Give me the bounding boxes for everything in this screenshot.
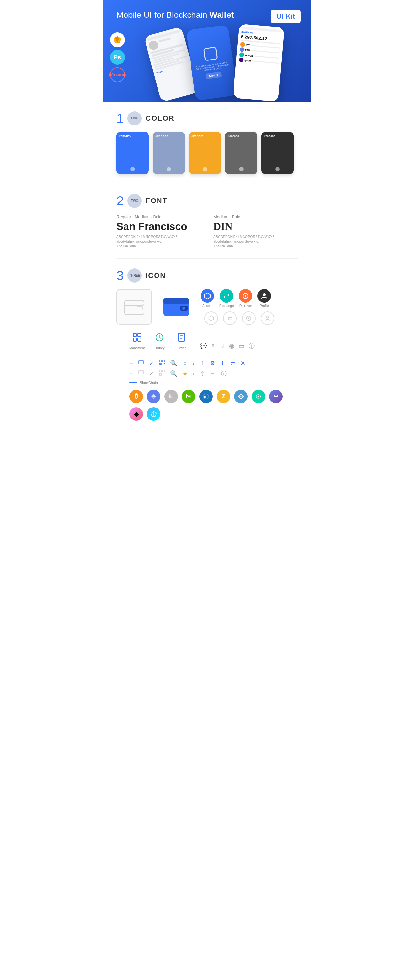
- svg-rect-20: [133, 338, 137, 341]
- color-swatch-gray-blue: #8DA0C8: [153, 132, 185, 174]
- star-filled-icon: ★: [182, 370, 188, 377]
- wallet-wireframe-icon: [116, 289, 152, 325]
- discover-icon: [239, 289, 252, 303]
- svg-rect-21: [138, 338, 141, 341]
- svg-rect-34: [160, 364, 161, 364]
- section2-header: 2 TWO FONT: [116, 194, 298, 208]
- svg-marker-10: [204, 293, 210, 299]
- font-din: Medium · Bold DIN ABCDEFGHIJKLMNOPQRSTUV…: [213, 215, 298, 249]
- font-din-style: Medium · Bold: [213, 215, 298, 219]
- svg-rect-41: [159, 370, 161, 372]
- profile-icon-labeled: Profile: [258, 289, 271, 308]
- neo-icon: [182, 390, 195, 403]
- comment-icon: 💬: [199, 342, 207, 350]
- svg-rect-32: [160, 361, 161, 361]
- svg-point-16: [248, 317, 250, 319]
- search-icon: 🔍: [170, 360, 177, 367]
- profile-icon: [258, 289, 271, 303]
- blockchain-label-row: BlockChain Icon: [116, 377, 298, 387]
- color-swatch-blue: #3574FA: [116, 132, 149, 174]
- color-section: 1 ONE COLOR #3574FA #8DA0C8 #F5A623 #666…: [104, 102, 310, 184]
- phone-right: myWallet 6.297.502.12 BTC ETH: [233, 24, 285, 102]
- grid-icon: [234, 390, 248, 403]
- assets-label: Assets: [202, 304, 212, 308]
- svg-rect-43: [159, 373, 161, 375]
- font-din-name: DIN: [213, 221, 298, 232]
- forward-ghost-icon: →: [210, 370, 216, 377]
- svg-text:D: D: [204, 395, 206, 398]
- blockchain-line-icon: [129, 382, 137, 383]
- history-label: History: [154, 347, 165, 350]
- ltc-icon: Ł: [164, 390, 178, 403]
- eos-icon: [147, 407, 161, 421]
- waves-icon: [269, 390, 283, 403]
- exchange-ghost-icon: [223, 312, 237, 325]
- screens-badge: 60+ Screens: [110, 67, 125, 82]
- svg-rect-19: [138, 334, 141, 337]
- profile-ghost-icon: [261, 312, 274, 325]
- management-nav-icon: Mangment: [129, 330, 145, 350]
- svg-rect-37: [163, 364, 163, 365]
- info-icon: ⓘ: [249, 342, 255, 350]
- discover-icon-labeled: Discover: [239, 289, 252, 308]
- share-ghost-icon: ⇧: [200, 370, 205, 377]
- blockchain-label: BlockChain Icon: [140, 381, 166, 385]
- order-nav-icon: Order: [174, 330, 189, 350]
- chat-icon: ▭: [239, 342, 244, 350]
- discover-label: Discover: [239, 304, 252, 308]
- close-icon: ✕: [240, 360, 245, 367]
- font-section: 2 TWO FONT Regular · Medium · Bold San F…: [104, 184, 310, 258]
- ps-badge: Ps: [110, 50, 125, 65]
- poly-icon: ◆: [129, 407, 143, 421]
- layers-icon: ≡: [211, 342, 215, 349]
- search-ghost-icon: 🔍: [170, 370, 177, 377]
- section2-word: TWO: [127, 194, 142, 208]
- section3-word: THREE: [127, 269, 142, 283]
- color-swatch-orange: #F5A623: [189, 132, 221, 174]
- plus-ghost-icon: +: [129, 370, 133, 377]
- star-icon: ☆: [182, 360, 188, 367]
- icon-section: 3 THREE ICON: [104, 259, 310, 437]
- font-sf-name: San Francisco: [116, 221, 201, 232]
- discover-ghost-icon: [242, 312, 256, 325]
- swap-icon: ⇌: [230, 360, 235, 367]
- svg-rect-42: [163, 370, 165, 372]
- steem-icon: [252, 390, 265, 403]
- font-din-lower: abcdefghijklmnopqrstuvwxyz: [213, 240, 298, 243]
- font-sf: Regular · Medium · Bold San Francisco AB…: [116, 215, 201, 249]
- history-nav-icon: History: [152, 330, 167, 350]
- ui-kit-badge: UI Kit: [271, 10, 301, 23]
- assets-icon: [201, 289, 214, 303]
- svg-rect-38: [164, 364, 165, 365]
- back-ghost-icon: ‹: [193, 370, 195, 377]
- info-ghost-icon: ⓘ: [221, 370, 227, 377]
- svg-point-9: [182, 307, 185, 310]
- svg-rect-4: [137, 306, 142, 310]
- section3-title: ICON: [145, 271, 166, 280]
- phones-container: Profile Character may be manifested in t…: [136, 24, 298, 102]
- misc-icons: 💬 ≡ ☽ ◉ ▭ ⓘ: [199, 342, 255, 350]
- color-swatches: #3574FA #8DA0C8 #F5A623 #666666 #303030: [116, 132, 298, 174]
- gear-icon: ⚙: [210, 360, 215, 367]
- small-icons-row1: + ✓ 🔍 ☆ ‹ ⇧ ⚙ ⬆ ⇌ ✕: [116, 360, 298, 367]
- section2-number: 2: [116, 194, 124, 207]
- svg-point-12: [245, 295, 247, 297]
- btc-icon: ₿: [129, 390, 143, 403]
- font-din-numbers: 1234567890: [213, 244, 298, 248]
- section3-number: 3: [116, 269, 124, 282]
- small-icons-row2: + ✓ 🔍 ★ ‹ ⇧ → ⓘ: [116, 370, 298, 377]
- check-icon: ✓: [149, 360, 154, 367]
- fonts-row: Regular · Medium · Bold San Francisco AB…: [116, 215, 298, 249]
- order-label: Order: [177, 347, 186, 350]
- plus-icon: +: [129, 360, 133, 367]
- exchange-icon-labeled: Exchange: [219, 289, 234, 308]
- hero-section: Mobile UI for Blockchain Wallet UI Kit P…: [104, 0, 310, 102]
- svg-point-13: [263, 293, 266, 296]
- section2-title: FONT: [145, 197, 167, 205]
- edit-ghost-icon: [138, 370, 144, 377]
- section1-title: COLOR: [145, 114, 174, 123]
- qr-ghost-icon: [159, 370, 165, 377]
- font-sf-upper: ABCDEFGHIJKLMNOPQRSTUVWXYZ: [116, 235, 201, 239]
- svg-rect-18: [133, 334, 137, 337]
- font-sf-lower: abcdefghijklmnopqrstuvwxyz: [116, 240, 201, 243]
